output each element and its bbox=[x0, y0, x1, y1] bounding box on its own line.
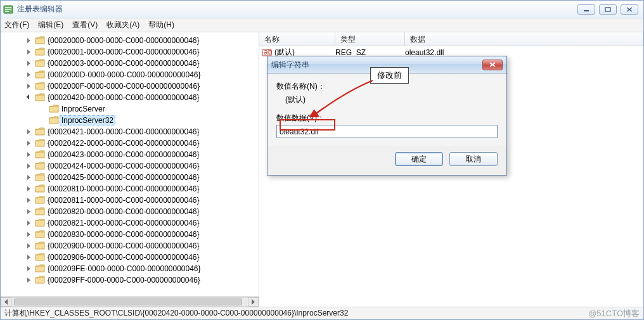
tree-item[interactable]: {00020001-0000-0000-C000-000000000046} bbox=[1, 46, 259, 58]
minimize-icon bbox=[583, 7, 589, 12]
menu-edit[interactable]: 编辑(E) bbox=[38, 20, 63, 30]
maximize-icon bbox=[605, 7, 611, 12]
minimize-button[interactable] bbox=[577, 4, 595, 15]
col-header-type[interactable]: 类型 bbox=[335, 32, 405, 46]
close-icon bbox=[489, 61, 496, 68]
tree-item-label: {00020820-0000-0000-C000-000000000046} bbox=[48, 207, 200, 216]
value-name-display: (默认) bbox=[276, 93, 498, 112]
dialog-close-button[interactable] bbox=[482, 60, 503, 70]
scroll-thumb[interactable] bbox=[14, 298, 242, 305]
value-data-input[interactable] bbox=[276, 125, 498, 138]
tree-item[interactable]: {00020906-0000-0000-C000-000000000046} bbox=[1, 252, 259, 263]
cancel-button[interactable]: 取消 bbox=[449, 152, 498, 166]
expand-glyph-icon[interactable] bbox=[27, 209, 33, 215]
expand-glyph-icon[interactable] bbox=[27, 198, 33, 203]
expand-glyph-icon[interactable] bbox=[27, 232, 33, 238]
folder-icon bbox=[35, 184, 45, 193]
expand-glyph-icon[interactable] bbox=[27, 61, 33, 67]
tree-item[interactable]: InprocServer32 bbox=[1, 115, 259, 126]
svg-marker-8 bbox=[4, 299, 8, 305]
tree-item[interactable]: {0002000F-0000-0000-C000-000000000046} bbox=[1, 80, 259, 92]
expand-glyph-icon[interactable] bbox=[27, 84, 33, 89]
tree-item[interactable]: {00020000-0000-0000-C000-000000000046} bbox=[1, 35, 259, 46]
folder-icon bbox=[35, 173, 45, 182]
expand-glyph-icon[interactable] bbox=[27, 278, 33, 283]
tree-item[interactable]: {00020810-0000-0000-C000-000000000046} bbox=[1, 183, 259, 195]
tree-item-label: {00020425-0000-0000-C000-000000000046} bbox=[48, 173, 200, 182]
tree-item[interactable]: {00020420-0000-0000-C000-000000000046} bbox=[1, 92, 259, 103]
tree-item-label: InprocServer32 bbox=[60, 115, 115, 125]
expand-glyph-icon[interactable] bbox=[27, 129, 33, 135]
tree-item-label: {00020810-0000-0000-C000-000000000046} bbox=[48, 184, 200, 193]
scroll-right-button[interactable] bbox=[248, 297, 259, 307]
tree-item[interactable]: {000209FF-0000-0000-C000-000000000046} bbox=[1, 274, 259, 286]
folder-icon bbox=[35, 93, 45, 102]
expand-glyph-icon[interactable] bbox=[27, 243, 33, 249]
tree-scroll[interactable]: {00020000-0000-0000-C000-000000000046}{0… bbox=[1, 32, 259, 296]
status-path: 计算机\HKEY_CLASSES_ROOT\CLSID\{00020420-00… bbox=[4, 308, 348, 319]
expand-glyph-icon[interactable] bbox=[27, 186, 33, 192]
tree-item[interactable]: {00020003-0000-0000-C000-000000000046} bbox=[1, 58, 259, 69]
chevron-right-icon bbox=[251, 299, 255, 305]
menu-file[interactable]: 文件(F) bbox=[4, 20, 29, 30]
tree-item[interactable]: {00020900-0000-0000-C000-000000000046} bbox=[1, 240, 259, 252]
expand-glyph-icon[interactable] bbox=[27, 72, 33, 78]
svg-marker-9 bbox=[252, 299, 255, 305]
col-header-data[interactable]: 数据 bbox=[405, 32, 643, 46]
chevron-left-icon bbox=[4, 299, 8, 305]
ok-button[interactable]: 确定 bbox=[395, 152, 443, 166]
maximize-button[interactable] bbox=[599, 4, 617, 15]
svg-rect-5 bbox=[605, 8, 610, 11]
folder-icon bbox=[49, 105, 59, 113]
folder-icon bbox=[35, 276, 45, 285]
tree-item-label: {00020001-0000-0000-C000-000000000046} bbox=[48, 48, 200, 56]
collapse-glyph-icon[interactable] bbox=[27, 95, 33, 101]
menu-help[interactable]: 帮助(H) bbox=[148, 20, 174, 30]
tree-item[interactable]: {00020422-0000-0000-C000-000000000046} bbox=[1, 138, 259, 149]
expand-glyph-icon[interactable] bbox=[27, 163, 33, 169]
tree-item[interactable]: {00020421-0000-0000-C000-000000000046} bbox=[1, 126, 259, 138]
expand-glyph-icon[interactable] bbox=[27, 255, 33, 260]
expand-glyph-icon[interactable] bbox=[27, 38, 33, 44]
tree-item[interactable]: {00020423-0000-0000-C000-000000000046} bbox=[1, 149, 259, 160]
tree-item-label: {0002000D-0000-0000-C000-000000000046} bbox=[48, 70, 201, 79]
close-icon bbox=[626, 7, 633, 12]
menu-favorites[interactable]: 收藏夹(A) bbox=[106, 20, 139, 30]
tree-item[interactable]: InprocServer bbox=[1, 103, 259, 115]
expand-glyph-icon[interactable] bbox=[27, 266, 33, 272]
tree-item[interactable]: {00020424-0000-0000-C000-000000000046} bbox=[1, 160, 259, 172]
col-header-name[interactable]: 名称 bbox=[259, 32, 335, 46]
tree-item[interactable]: {000209FE-0000-0000-C000-000000000046} bbox=[1, 263, 259, 274]
expand-glyph-icon[interactable] bbox=[27, 141, 33, 146]
folder-icon bbox=[35, 127, 45, 136]
folder-icon bbox=[35, 253, 45, 262]
tree-item[interactable]: {00020821-0000-0000-C000-000000000046} bbox=[1, 217, 259, 229]
folder-icon bbox=[35, 264, 45, 273]
horizontal-scrollbar[interactable] bbox=[1, 296, 259, 307]
value-data-label: 数值数据(V)： bbox=[276, 113, 498, 124]
tree-item-label: {00020811-0000-0000-C000-000000000046} bbox=[48, 196, 200, 205]
folder-icon bbox=[35, 230, 45, 239]
expand-glyph-icon[interactable] bbox=[27, 49, 33, 55]
menu-view[interactable]: 查看(V) bbox=[72, 20, 98, 30]
tree-item[interactable]: {0002000D-0000-0000-C000-000000000046} bbox=[1, 69, 259, 80]
dialog-body: 数值名称(N)： (默认) 数值数据(V)： bbox=[267, 74, 506, 146]
window-title: 注册表编辑器 bbox=[17, 4, 577, 15]
tree-item-label: {00020830-0000-0000-C000-000000000046} bbox=[48, 230, 200, 239]
tree-item[interactable]: {00020425-0000-0000-C000-000000000046} bbox=[1, 172, 259, 183]
annotation-callout: 修改前 bbox=[370, 67, 409, 84]
titlebar: 注册表编辑器 bbox=[1, 1, 643, 18]
tree-item[interactable]: {00020820-0000-0000-C000-000000000046} bbox=[1, 206, 259, 217]
tree-item[interactable]: {00020830-0000-0000-C000-000000000046} bbox=[1, 229, 259, 240]
scroll-track[interactable] bbox=[11, 297, 248, 307]
app-icon bbox=[3, 4, 13, 15]
dialog-buttons: 确定 取消 bbox=[267, 146, 506, 175]
folder-icon bbox=[35, 36, 45, 45]
expand-glyph-icon[interactable] bbox=[27, 175, 33, 181]
expand-glyph-icon[interactable] bbox=[27, 221, 33, 226]
window-controls bbox=[577, 4, 638, 15]
tree-item[interactable]: {00020811-0000-0000-C000-000000000046} bbox=[1, 195, 259, 206]
expand-glyph-icon[interactable] bbox=[27, 152, 33, 158]
scroll-left-button[interactable] bbox=[1, 297, 11, 307]
close-button[interactable] bbox=[621, 4, 638, 15]
